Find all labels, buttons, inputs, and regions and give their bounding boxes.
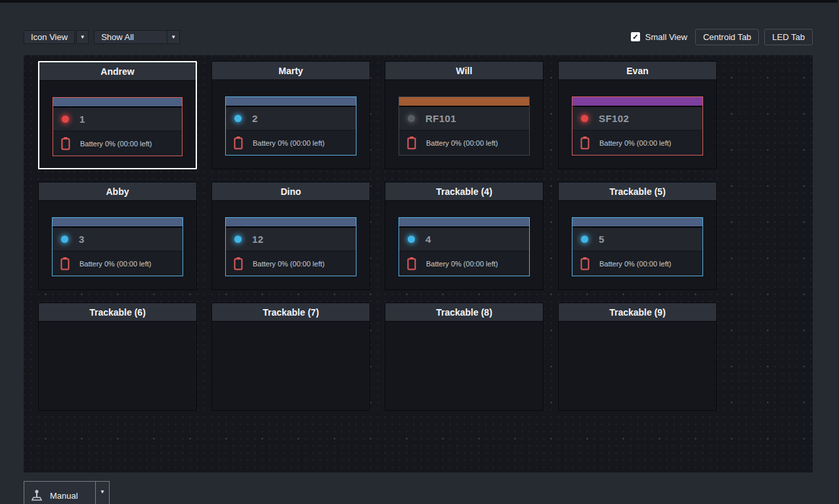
battery-icon bbox=[61, 136, 70, 150]
trackable-card[interactable]: Trackable (4) 4 Battery 0% (00:00 left) bbox=[385, 182, 544, 290]
trackable-card[interactable]: Trackable (9) bbox=[558, 303, 717, 411]
device-color-bar bbox=[399, 218, 529, 226]
battery-status-text: Battery 0% (00:00 left) bbox=[79, 260, 151, 268]
led-tab-button[interactable]: LED Tab bbox=[764, 29, 813, 45]
trackable-title: Dino bbox=[212, 182, 370, 201]
view-mode-dropdown-button[interactable]: ▼ bbox=[76, 30, 89, 44]
device-label-row: SF102 bbox=[572, 107, 702, 131]
centroid-tab-button[interactable]: Centroid Tab bbox=[695, 29, 759, 45]
status-dot-icon bbox=[234, 236, 242, 243]
trackable-card[interactable]: Trackable (6) bbox=[38, 303, 197, 411]
device-label-row: 2 bbox=[226, 107, 356, 131]
window-top-edge bbox=[0, 0, 839, 3]
battery-status-text: Battery 0% (00:00 left) bbox=[253, 260, 324, 268]
chevron-down-icon: ▼ bbox=[171, 34, 176, 40]
toolbar: Icon View ▼ Show All ▼ ✓ Small View Cent… bbox=[24, 29, 813, 45]
filter-dropdown-button[interactable]: ▼ bbox=[167, 31, 179, 43]
device-box[interactable]: 3 Battery 0% (00:00 left) bbox=[52, 217, 183, 276]
filter-dropdown[interactable]: Show All ▼ bbox=[94, 30, 180, 44]
trackable-title: Trackable (9) bbox=[559, 303, 716, 322]
control-mode-value: Manual bbox=[50, 491, 78, 501]
check-icon: ✓ bbox=[632, 33, 638, 41]
device-box[interactable]: RF101 Battery 0% (00:00 left) bbox=[398, 96, 530, 156]
device-battery-row: Battery 0% (00:00 left) bbox=[572, 251, 702, 276]
battery-status-text: Battery 0% (00:00 left) bbox=[599, 139, 671, 147]
device-box[interactable]: 1 Battery 0% (00:00 left) bbox=[53, 97, 183, 156]
small-view-checkbox[interactable]: ✓ bbox=[631, 32, 640, 41]
device-id-label: 4 bbox=[425, 234, 431, 245]
chevron-down-icon: ▼ bbox=[100, 489, 105, 495]
small-view-label[interactable]: Small View bbox=[645, 32, 687, 42]
battery-status-text: Battery 0% (00:00 left) bbox=[599, 260, 671, 268]
device-id-label: 2 bbox=[252, 113, 258, 124]
battery-icon bbox=[580, 257, 590, 270]
battery-icon bbox=[234, 257, 243, 270]
trackable-card[interactable]: Marty 2 Battery 0% (00:00 left) bbox=[211, 61, 370, 169]
chevron-down-icon: ▼ bbox=[80, 34, 85, 40]
device-label-row: RF101 bbox=[399, 107, 529, 131]
battery-icon bbox=[60, 257, 70, 270]
trackable-card[interactable]: Andrew 1 Battery 0% (00:00 left) bbox=[38, 61, 197, 169]
device-box[interactable]: 5 Battery 0% (00:00 left) bbox=[572, 217, 703, 276]
device-battery-row: Battery 0% (00:00 left) bbox=[226, 131, 356, 155]
status-dot-icon bbox=[408, 236, 415, 243]
battery-icon bbox=[407, 257, 416, 270]
device-battery-row: Battery 0% (00:00 left) bbox=[572, 131, 702, 155]
device-color-bar bbox=[572, 97, 702, 106]
device-label-row: 12 bbox=[226, 228, 356, 251]
trackable-title: Abby bbox=[39, 182, 196, 201]
device-box[interactable]: 4 Battery 0% (00:00 left) bbox=[398, 217, 530, 276]
device-id-label: 3 bbox=[79, 234, 85, 245]
joystick-icon bbox=[31, 489, 44, 502]
status-dot-icon bbox=[62, 116, 69, 123]
device-color-bar bbox=[226, 97, 356, 106]
device-color-bar bbox=[572, 218, 702, 226]
status-dot-icon bbox=[581, 236, 588, 243]
device-label-row: 5 bbox=[572, 228, 702, 251]
trackable-title: Marty bbox=[212, 62, 370, 80]
filter-value[interactable]: Show All bbox=[95, 31, 167, 43]
trackable-card[interactable]: Trackable (8) bbox=[385, 303, 544, 411]
trackable-title: Trackable (8) bbox=[385, 303, 543, 322]
trackable-card[interactable]: Abby 3 Battery 0% (00:00 left) bbox=[38, 182, 197, 290]
device-id-label: RF101 bbox=[425, 113, 456, 124]
battery-icon bbox=[580, 136, 590, 150]
device-battery-row: Battery 0% (00:00 left) bbox=[53, 251, 183, 276]
device-label-row: 1 bbox=[53, 108, 182, 131]
device-id-label: SF102 bbox=[599, 113, 629, 124]
device-color-bar bbox=[53, 98, 182, 106]
device-battery-row: Battery 0% (00:00 left) bbox=[53, 131, 182, 156]
trackable-title: Evan bbox=[559, 62, 716, 80]
device-box[interactable]: 2 Battery 0% (00:00 left) bbox=[225, 96, 356, 156]
trackable-card[interactable]: Evan SF102 Battery 0% (00:00 left) bbox=[558, 61, 717, 169]
device-box[interactable]: SF102 Battery 0% (00:00 left) bbox=[572, 96, 703, 156]
battery-status-text: Battery 0% (00:00 left) bbox=[253, 139, 324, 147]
device-id-label: 5 bbox=[599, 234, 605, 245]
trackable-card[interactable]: Trackable (5) 5 Battery 0% (00:00 left) bbox=[558, 182, 717, 290]
trackable-card[interactable]: Dino 12 Battery 0% (00:00 left) bbox=[211, 182, 370, 290]
view-mode-value[interactable]: Icon View bbox=[24, 30, 75, 44]
trackables-canvas: Andrew 1 Battery 0% (00:00 left) Marty bbox=[24, 55, 813, 472]
trackable-title: Trackable (6) bbox=[39, 303, 196, 322]
device-color-bar bbox=[399, 97, 529, 106]
device-battery-row: Battery 0% (00:00 left) bbox=[399, 251, 529, 276]
trackable-title: Andrew bbox=[39, 62, 196, 81]
battery-status-text: Battery 0% (00:00 left) bbox=[426, 139, 498, 147]
trackable-title: Trackable (7) bbox=[212, 303, 370, 322]
device-color-bar bbox=[226, 218, 356, 226]
device-battery-row: Battery 0% (00:00 left) bbox=[226, 251, 356, 276]
status-dot-icon bbox=[408, 115, 415, 122]
trackable-card[interactable]: Trackable (7) bbox=[211, 303, 370, 411]
view-mode-dropdown[interactable]: Icon View ▼ bbox=[24, 30, 89, 44]
device-id-label: 12 bbox=[252, 234, 264, 245]
device-box[interactable]: 12 Battery 0% (00:00 left) bbox=[225, 217, 356, 276]
control-mode-dropdown[interactable]: Manual ▼ bbox=[24, 481, 110, 504]
trackable-title: Trackable (5) bbox=[559, 182, 716, 201]
battery-status-text: Battery 0% (00:00 left) bbox=[80, 140, 152, 148]
control-mode-dropdown-button[interactable]: ▼ bbox=[95, 482, 109, 504]
device-color-bar bbox=[53, 218, 183, 226]
status-dot-icon bbox=[234, 115, 242, 122]
battery-icon bbox=[407, 136, 416, 150]
trackable-card[interactable]: Will RF101 Battery 0% (00:00 left) bbox=[385, 61, 544, 169]
toolbar-right-group: ✓ Small View Centroid Tab LED Tab bbox=[631, 29, 813, 45]
